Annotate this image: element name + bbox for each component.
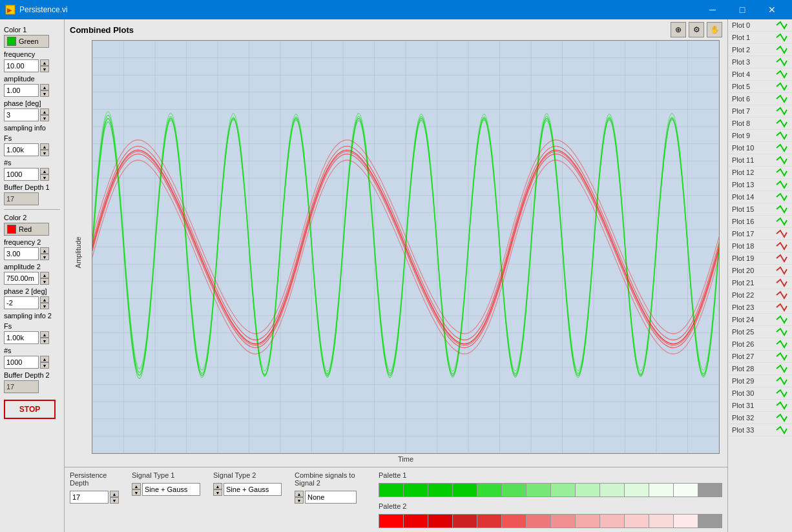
palette2-cell-4[interactable] bbox=[477, 514, 501, 528]
ns2-up[interactable]: ▲ bbox=[40, 356, 49, 362]
freq-up[interactable]: ▲ bbox=[40, 59, 49, 66]
legend-item-24[interactable]: Plot 24 bbox=[728, 314, 792, 326]
color2-button[interactable]: Red bbox=[4, 223, 49, 236]
amp-down[interactable]: ▼ bbox=[40, 90, 49, 97]
legend-item-14[interactable]: Plot 14 bbox=[728, 191, 792, 203]
palette1-cell-3[interactable] bbox=[452, 483, 477, 497]
legend-item-23[interactable]: Plot 23 bbox=[728, 302, 792, 314]
phase-down[interactable]: ▼ bbox=[40, 115, 49, 121]
palette2-cell-13[interactable] bbox=[698, 514, 722, 528]
palette2-cell-10[interactable] bbox=[624, 514, 649, 528]
fs-input[interactable] bbox=[4, 143, 39, 156]
persistence-depth-up[interactable]: ▲ bbox=[110, 491, 119, 497]
palette2-cell-6[interactable] bbox=[526, 514, 550, 528]
ns-down[interactable]: ▼ bbox=[40, 174, 49, 181]
ns-up[interactable]: ▲ bbox=[40, 168, 49, 174]
ns2-down[interactable]: ▼ bbox=[40, 362, 49, 369]
legend-item-29[interactable]: Plot 29 bbox=[728, 375, 792, 387]
palette1-cell-10[interactable] bbox=[624, 483, 649, 497]
legend-item-27[interactable]: Plot 27 bbox=[728, 351, 792, 363]
ns-input[interactable] bbox=[4, 168, 39, 181]
palette1-cell-2[interactable] bbox=[428, 483, 452, 497]
close-button[interactable]: ✕ bbox=[757, 0, 787, 19]
legend-item-25[interactable]: Plot 25 bbox=[728, 326, 792, 338]
palette2-cell-2[interactable] bbox=[428, 514, 452, 528]
legend-item-30[interactable]: Plot 30 bbox=[728, 387, 792, 400]
amp2-input[interactable] bbox=[4, 272, 39, 285]
legend-item-7[interactable]: Plot 7 bbox=[728, 105, 792, 118]
legend-item-11[interactable]: Plot 11 bbox=[728, 154, 792, 167]
legend-item-8[interactable]: Plot 8 bbox=[728, 118, 792, 130]
color1-button[interactable]: Green bbox=[4, 35, 49, 48]
palette2-cell-9[interactable] bbox=[599, 514, 624, 528]
signal-type1-up[interactable]: ▲ bbox=[132, 483, 141, 489]
phase-up[interactable]: ▲ bbox=[40, 108, 49, 115]
palette2-cell-7[interactable] bbox=[550, 514, 575, 528]
fs-down[interactable]: ▼ bbox=[40, 150, 49, 156]
combine-down[interactable]: ▼ bbox=[295, 497, 304, 504]
stop-button[interactable]: STOP bbox=[4, 400, 56, 419]
legend-item-28[interactable]: Plot 28 bbox=[728, 363, 792, 375]
palette2-cell-1[interactable] bbox=[403, 514, 428, 528]
amp-up[interactable]: ▲ bbox=[40, 84, 49, 90]
palette1-cell-4[interactable] bbox=[477, 483, 501, 497]
palette1-cell-13[interactable] bbox=[698, 483, 722, 497]
legend-item-0[interactable]: Plot 0 bbox=[728, 19, 792, 32]
maximize-button[interactable]: □ bbox=[727, 0, 757, 19]
phase2-up[interactable]: ▲ bbox=[40, 296, 49, 303]
freq2-up[interactable]: ▲ bbox=[40, 247, 49, 254]
legend-item-16[interactable]: Plot 16 bbox=[728, 216, 792, 228]
legend-item-19[interactable]: Plot 19 bbox=[728, 252, 792, 265]
palette1-cell-7[interactable] bbox=[550, 483, 575, 497]
palette1-cell-11[interactable] bbox=[649, 483, 673, 497]
palette2-cell-5[interactable] bbox=[501, 514, 526, 528]
legend-item-21[interactable]: Plot 21 bbox=[728, 277, 792, 289]
legend-item-9[interactable]: Plot 9 bbox=[728, 130, 792, 142]
legend-item-13[interactable]: Plot 13 bbox=[728, 179, 792, 191]
palette1-cell-1[interactable] bbox=[403, 483, 428, 497]
palette2-cell-8[interactable] bbox=[575, 514, 599, 528]
freq2-down[interactable]: ▼ bbox=[40, 254, 49, 260]
legend-item-5[interactable]: Plot 5 bbox=[728, 81, 792, 93]
legend-item-17[interactable]: Plot 17 bbox=[728, 228, 792, 240]
amp-input[interactable] bbox=[4, 84, 39, 97]
phase2-input[interactable] bbox=[4, 296, 39, 309]
legend-item-15[interactable]: Plot 15 bbox=[728, 203, 792, 216]
persistence-depth-input[interactable] bbox=[70, 491, 109, 504]
legend-item-32[interactable]: Plot 32 bbox=[728, 412, 792, 424]
signal-type2-up[interactable]: ▲ bbox=[213, 483, 222, 489]
legend-item-3[interactable]: Plot 3 bbox=[728, 56, 792, 68]
legend-item-12[interactable]: Plot 12 bbox=[728, 167, 792, 179]
legend-item-1[interactable]: Plot 1 bbox=[728, 32, 792, 44]
freq2-input[interactable] bbox=[4, 247, 39, 260]
minimize-button[interactable]: ─ bbox=[698, 0, 727, 19]
signal-type2-input[interactable] bbox=[224, 483, 282, 496]
signal-type1-down[interactable]: ▼ bbox=[132, 489, 141, 496]
amp2-down[interactable]: ▼ bbox=[40, 278, 49, 285]
combine-up[interactable]: ▲ bbox=[295, 491, 304, 497]
cursor-tool-button[interactable]: ✋ bbox=[707, 22, 722, 37]
signal-type1-input[interactable] bbox=[142, 483, 200, 496]
pan-tool-button[interactable]: ⚙ bbox=[689, 22, 704, 37]
palette1-cell-9[interactable] bbox=[599, 483, 624, 497]
freq-down[interactable]: ▼ bbox=[40, 66, 49, 72]
fs2-down[interactable]: ▼ bbox=[40, 338, 49, 344]
legend-item-6[interactable]: Plot 6 bbox=[728, 93, 792, 105]
persistence-depth-down[interactable]: ▼ bbox=[110, 497, 119, 504]
legend-item-33[interactable]: Plot 33 bbox=[728, 424, 792, 436]
legend-item-2[interactable]: Plot 2 bbox=[728, 44, 792, 56]
phase2-down[interactable]: ▼ bbox=[40, 303, 49, 309]
fs-up[interactable]: ▲ bbox=[40, 143, 49, 150]
legend-item-4[interactable]: Plot 4 bbox=[728, 68, 792, 81]
legend-item-20[interactable]: Plot 20 bbox=[728, 265, 792, 277]
zoom-tool-button[interactable]: ⊕ bbox=[671, 22, 686, 37]
legend-item-18[interactable]: Plot 18 bbox=[728, 240, 792, 252]
palette1-cell-6[interactable] bbox=[526, 483, 550, 497]
fs2-input[interactable] bbox=[4, 331, 39, 344]
legend-item-22[interactable]: Plot 22 bbox=[728, 289, 792, 302]
combine-input[interactable] bbox=[305, 491, 357, 504]
signal-type2-down[interactable]: ▼ bbox=[213, 489, 222, 496]
chart-plot-area[interactable]: 1.2 1.1 1 0.9 0.8 0.7 0.6 0.5 0.4 0.3 0.… bbox=[92, 40, 720, 454]
palette1-cell-5[interactable] bbox=[501, 483, 526, 497]
fs2-up[interactable]: ▲ bbox=[40, 331, 49, 338]
